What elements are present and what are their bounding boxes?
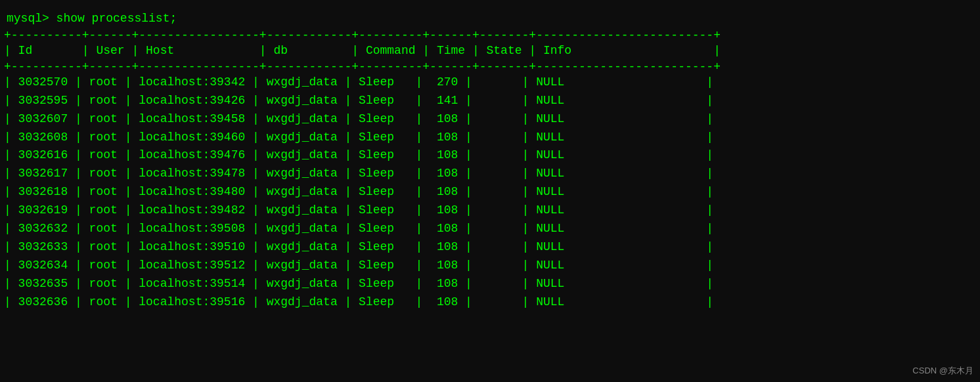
data-row-5: | 3032616 | root | localhost:39476 | wxg…: [3, 146, 977, 165]
data-row-7: | 3032618 | root | localhost:39480 | wxg…: [3, 183, 977, 202]
separator-header: +----------+------+-----------------+---…: [3, 60, 977, 74]
data-row-11: | 3032634 | root | localhost:39512 | wxg…: [3, 257, 977, 275]
data-row-1: | 3032570 | root | localhost:39342 | wxg…: [3, 74, 977, 92]
data-row-13: | 3032636 | root | localhost:39516 | wxg…: [3, 293, 977, 312]
data-row-4: | 3032608 | root | localhost:39460 | wxg…: [3, 129, 977, 147]
prompt-line: mysql> show processlist;: [3, 12, 977, 25]
separator-top: +----------+------+-----------------+---…: [3, 29, 977, 42]
header-row: | Id | User | Host | db | Command | Time…: [3, 42, 977, 60]
data-row-8: | 3032619 | root | localhost:39482 | wxg…: [3, 202, 977, 220]
terminal: mysql> show processlist; +----------+---…: [0, 7, 980, 316]
data-row-10: | 3032633 | root | localhost:39510 | wxg…: [3, 238, 977, 257]
data-row-6: | 3032617 | root | localhost:39478 | wxg…: [3, 165, 977, 183]
data-row-2: | 3032595 | root | localhost:39426 | wxg…: [3, 92, 977, 110]
table-container: +----------+------+-----------------+---…: [3, 29, 977, 311]
data-row-9: | 3032632 | root | localhost:39508 | wxg…: [3, 220, 977, 238]
data-row-3: | 3032607 | root | localhost:39458 | wxg…: [3, 110, 977, 129]
watermark: CSDN @东木月: [912, 365, 973, 377]
data-row-12: | 3032635 | root | localhost:39514 | wxg…: [3, 275, 977, 293]
